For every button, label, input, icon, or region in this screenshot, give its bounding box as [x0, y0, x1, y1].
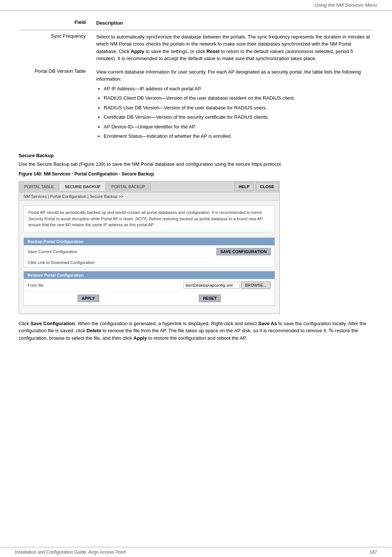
footer-bar: Installation and Configuration Guide: Ai… [0, 547, 392, 557]
figure-label: Figure 140: NM Services - Portal Configu… [19, 171, 373, 177]
main-content: Field Description Sync Frequency Select … [0, 10, 392, 360]
field-name-sync: Sync Frequency [19, 30, 93, 65]
list-item: RADIUS Client DB Version—Version of the … [104, 94, 370, 102]
tab-portal-table[interactable]: PORTAL TABLE [19, 183, 59, 191]
backup-config-section: Backup Portal Configuration Save Current… [23, 237, 275, 267]
save-config-label: Save Current Configuration [28, 249, 216, 254]
save-config-control: SAVE CONFIGURATION [216, 248, 271, 255]
config-row-download: Click Link to Download Configuration [24, 258, 275, 267]
table-row: Portal DB Version Table View current dat… [19, 65, 373, 145]
panel-breadcrumb: NM Services | Portal Configuration | Sec… [19, 192, 279, 201]
panel-body: Portal AP should be periodically backed … [19, 201, 279, 314]
from-file-control: tein\Desktop\apconfig.xml Browse... [184, 281, 271, 289]
field-description-table: Field Description Sync Frequency Select … [19, 18, 373, 145]
apply-button[interactable]: APPLY [78, 295, 99, 302]
table-row: Sync Frequency Select to automatically s… [19, 30, 373, 65]
save-configuration-button[interactable]: SAVE CONFIGURATION [216, 248, 271, 255]
col-desc-header: Description [93, 18, 373, 30]
section-para: Use the Secure Backup tab (Figure 139) t… [19, 161, 373, 168]
restore-section-header: Restore Portal Configuration [24, 271, 275, 279]
col-field-header: Field [19, 18, 93, 30]
browse-button[interactable]: Browse... [241, 281, 271, 289]
backup-section-header: Backup Portal Configuration [24, 238, 275, 245]
apply-reset-row: APPLY RESET [24, 291, 275, 305]
bullet-list: AP IP Address—IP address of each portal … [96, 85, 370, 140]
field-name-portal-db: Portal DB Version Table [19, 65, 93, 145]
header-bar: Using the NM Services Menu [0, 0, 392, 10]
list-item: Certificate DB Version—Version of the se… [104, 113, 370, 121]
closing-paragraph: Click Save Configuration. When the confi… [19, 320, 373, 342]
footer-left: Installation and Configuration Guide: Ai… [15, 550, 126, 555]
from-file-label: From file [28, 283, 184, 287]
reset-button[interactable]: RESET [199, 295, 221, 302]
header-title: Using the NM Services Menu [314, 2, 377, 8]
list-item: RADIUS User DB Version—Version of the us… [104, 104, 370, 112]
info-box: Portal AP should be periodically backed … [23, 205, 275, 232]
list-item: AP Device-ID—Unique identifier for the A… [104, 123, 370, 131]
page-container: Using the NM Services Menu Field Descrip… [0, 0, 392, 557]
list-item: Enrollment Status—Indication of whether … [104, 133, 370, 140]
tab-portal-backup[interactable]: PORTAL BACKUP [106, 183, 151, 191]
section-heading: Secure Backup [19, 153, 373, 158]
list-item: AP IP Address—IP address of each portal … [104, 85, 370, 93]
field-desc-portal-db: View current database information for us… [93, 65, 373, 145]
restore-config-section: Restore Portal Configuration From file t… [23, 271, 275, 305]
config-row-save: Save Current Configuration SAVE CONFIGUR… [24, 245, 275, 258]
tab-secure-backup[interactable]: SECURE BACKUP [59, 183, 106, 191]
close-button[interactable]: CLOSE [256, 183, 278, 191]
footer-right: 187 [370, 550, 377, 555]
file-input-display: tein\Desktop\apconfig.xml [184, 282, 239, 289]
screenshot-panel: PORTAL TABLE SECURE BACKUP PORTAL BACKUP… [19, 181, 280, 314]
help-button[interactable]: HELP [235, 183, 254, 191]
secure-backup-section: Secure Backup Use the Secure Backup tab … [19, 153, 373, 177]
panel-tab-bar: PORTAL TABLE SECURE BACKUP PORTAL BACKUP… [19, 181, 279, 192]
field-desc-sync: Select to automatically synchronize the … [93, 30, 373, 65]
download-config-label: Click Link to Download Configuration [28, 260, 271, 265]
config-row-from-file: From file tein\Desktop\apconfig.xml Brow… [24, 279, 275, 291]
